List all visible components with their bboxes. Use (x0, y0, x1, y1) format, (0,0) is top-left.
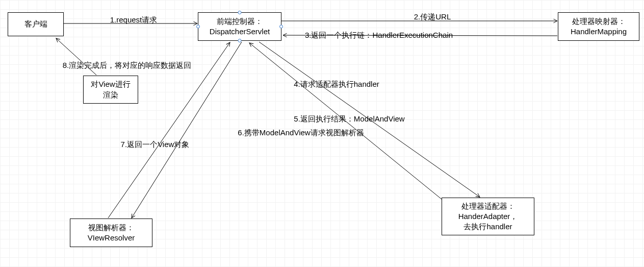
label-8: 8.渲染完成后，将对应的响应数据返回 (63, 61, 192, 70)
node-mapping-l1: 处理器映射器： (572, 16, 626, 27)
node-adapter-l2: HanderAdapter， (458, 211, 518, 222)
node-adapter-l3: 去执行handler (463, 222, 512, 232)
node-mapping[interactable]: 处理器映射器： HandlerMapping (558, 12, 639, 41)
node-dispatcher-l2: DispatcherServlet (210, 27, 270, 37)
edge-8 (56, 38, 96, 75)
node-client[interactable]: 客户端 (8, 12, 64, 36)
label-4: 4.请求适配器执行handler (294, 80, 379, 89)
edge-6 (132, 42, 242, 218)
label-2: 2.传递URL (414, 12, 451, 22)
node-dispatcher-l1: 前端控制器： (217, 16, 263, 27)
label-3: 3.返回一个执行链：HandlerExecutionChain (305, 31, 453, 40)
node-dispatcher[interactable]: 前端控制器： DispatcherServlet (198, 12, 281, 41)
handle-s[interactable] (238, 39, 242, 42)
node-client-label: 客户端 (24, 19, 47, 29)
node-render-l2: 渲染 (103, 90, 118, 100)
node-adapter-l1: 处理器适配器： (461, 201, 515, 211)
label-1: 1.request请求 (110, 15, 158, 25)
node-mapping-l2: HandlerMapping (571, 27, 627, 37)
node-resolver[interactable]: 视图解析器： VIewResolver (70, 219, 152, 247)
handle-n[interactable] (238, 11, 242, 14)
node-resolver-l2: VIewResolver (88, 233, 135, 243)
handle-w[interactable] (196, 25, 200, 29)
label-6: 6.携带ModelAndView请求视图解析器 (238, 128, 364, 138)
node-adapter[interactable]: 处理器适配器： HanderAdapter， 去执行handler (442, 198, 534, 235)
node-resolver-l1: 视图解析器： (88, 223, 134, 233)
node-render[interactable]: 对View进行 渲染 (83, 76, 138, 104)
edge-4 (259, 42, 480, 197)
handle-e[interactable] (279, 25, 283, 29)
label-7: 7.返回一个View对象 (121, 140, 190, 150)
diagram-canvas[interactable]: 1.request请求 2.传递URL 3.返回一个执行链：HandlerExe… (0, 0, 644, 267)
node-render-l1: 对View进行 (91, 79, 130, 89)
label-5: 5.返回执行结果：ModelAndView (294, 114, 404, 124)
edge-7 (108, 42, 230, 218)
edge-3 (283, 35, 557, 36)
edge-5 (249, 43, 445, 202)
